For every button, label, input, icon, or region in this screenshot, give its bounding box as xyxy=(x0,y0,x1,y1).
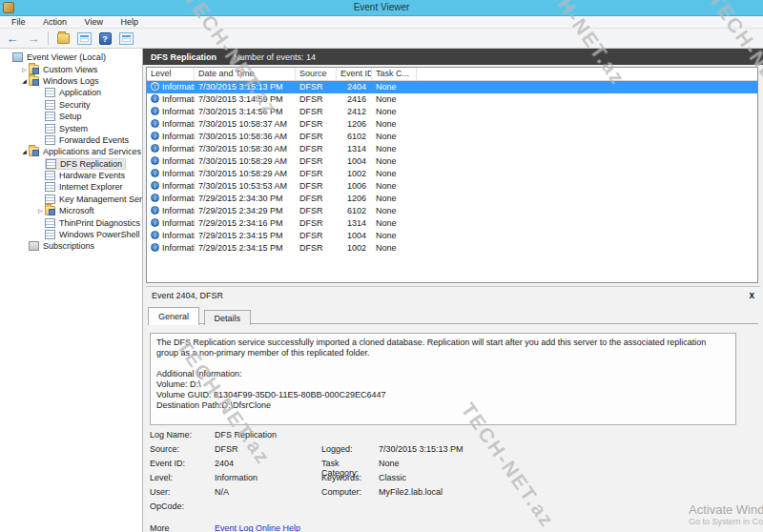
folder-icon xyxy=(29,65,39,74)
tree-item-application[interactable]: Application xyxy=(0,87,142,98)
event-row[interactable]: iInformation7/29/2015 2:34:15 PMDFSR1004… xyxy=(147,230,757,242)
event-row[interactable]: iInformation7/30/2015 10:58:37 AMDFSR120… xyxy=(147,118,757,131)
information-icon: i xyxy=(151,82,159,91)
action-pane-icon xyxy=(119,32,134,45)
tab-details[interactable]: Details xyxy=(204,310,252,325)
tree-item-custom-views[interactable]: ▷Custom Views xyxy=(0,63,142,74)
event-row[interactable]: iInformation7/29/2015 2:34:30 PMDFSR1206… xyxy=(147,193,757,205)
event-task-cell: None xyxy=(372,217,417,230)
event-row[interactable]: iInformation7/30/2015 3:14:56 PMDFSR2412… xyxy=(147,106,757,118)
event-row[interactable]: iInformation7/30/2015 10:58:29 AMDFSR100… xyxy=(147,155,757,168)
folder-icon xyxy=(45,206,55,215)
show-hide-console-tree-button[interactable] xyxy=(75,31,93,47)
event-level-cell: iInformation xyxy=(147,106,195,118)
event-source-cell: DFSR xyxy=(296,180,337,193)
log-icon xyxy=(45,230,55,239)
event-id-cell: 6102 xyxy=(337,205,372,217)
event-row[interactable]: iInformation7/30/2015 3:15:13 PMDFSR2404… xyxy=(147,81,757,93)
tree-item-dfs-replication[interactable]: DFS Replication xyxy=(0,158,142,170)
information-icon: i xyxy=(151,181,159,190)
column-header-task[interactable]: Task C... xyxy=(372,68,417,80)
collapsed-arrow-icon[interactable]: ▷ xyxy=(36,205,45,216)
event-source-cell: DFSR xyxy=(296,230,337,242)
tree-item-thinprint-diagnostics[interactable]: ThinPrint Diagnostics xyxy=(0,216,142,228)
expanded-arrow-icon[interactable]: ◢ xyxy=(20,75,29,87)
menu-help[interactable]: Help xyxy=(113,16,146,28)
event-level-cell: iInformation xyxy=(147,180,195,193)
toolbar: ← → ? xyxy=(0,29,763,49)
event-level-cell: iInformation xyxy=(147,131,195,143)
tree-item-windows-powershell[interactable]: Windows PowerShell xyxy=(0,229,142,240)
event-row[interactable]: iInformation7/29/2015 2:34:29 PMDFSR6102… xyxy=(147,205,757,217)
event-row[interactable]: iInformation7/29/2015 2:34:15 PMDFSR1002… xyxy=(147,242,757,255)
field-value: DFS Replication xyxy=(215,430,321,444)
field-label: Task Category: xyxy=(321,459,379,473)
menu-view[interactable]: View xyxy=(77,16,111,28)
tree-item-key-management-service[interactable]: Key Management Service xyxy=(0,194,142,205)
event-source-cell: DFSR xyxy=(296,155,337,168)
detail-field-row: Log Name:DFS Replication xyxy=(150,430,751,444)
show-hide-action-pane-button[interactable] xyxy=(117,31,134,47)
tree-item-system[interactable]: System xyxy=(0,122,142,133)
detail-field-row: Event ID:2404Task Category:None xyxy=(150,459,751,473)
field-value: Classic xyxy=(379,473,406,487)
event-log-online-help-link[interactable]: Event Log Online Help xyxy=(215,523,300,532)
tree-item-label: Windows Logs xyxy=(43,76,99,86)
expanded-arrow-icon[interactable]: ◢ xyxy=(20,146,29,157)
console-tree-icon xyxy=(77,32,92,45)
tree-item-subscriptions[interactable]: Subscriptions xyxy=(0,240,142,252)
column-header-source[interactable]: Source xyxy=(296,68,337,80)
field-value: MyFile2.lab.local xyxy=(379,487,443,501)
event-description: The DFS Replication service successfully… xyxy=(150,333,736,425)
tree-item-hardware-events[interactable]: Hardware Events xyxy=(0,170,142,181)
field-value: N/A xyxy=(215,487,321,501)
close-icon[interactable]: x xyxy=(749,291,754,300)
back-button[interactable]: ← xyxy=(4,31,21,47)
tree-item-windows-logs[interactable]: ◢Windows Logs xyxy=(0,75,142,87)
information-icon: i xyxy=(151,243,159,252)
event-level-cell: iInformation xyxy=(147,205,195,217)
tree-item-label: DFS Replication xyxy=(60,159,122,169)
subscriptions-icon xyxy=(29,241,39,251)
event-row[interactable]: iInformation7/30/2015 10:58:36 AMDFSR610… xyxy=(147,131,757,143)
event-id-cell: 1004 xyxy=(337,155,372,168)
event-id-cell: 1004 xyxy=(337,230,372,242)
event-row[interactable]: iInformation7/30/2015 3:14:59 PMDFSR2416… xyxy=(147,93,757,106)
tree-item-microsoft[interactable]: ▷Microsoft xyxy=(0,205,142,216)
window-title: Event Viewer xyxy=(0,2,763,12)
tree-item-internet-explorer[interactable]: Internet Explorer xyxy=(0,181,142,193)
field-label: OpCode: xyxy=(150,501,215,516)
event-datetime-cell: 7/30/2015 3:15:13 PM xyxy=(195,81,296,93)
toolbar-separator xyxy=(48,31,49,45)
field-label: Log Name: xyxy=(150,430,215,444)
event-datetime-cell: 7/30/2015 3:14:59 PM xyxy=(195,93,296,106)
menu-action[interactable]: Action xyxy=(35,16,74,28)
tree-item-security[interactable]: Security xyxy=(0,99,142,111)
tree-item-applications-and-services-lo[interactable]: ◢Applications and Services Lo xyxy=(0,146,142,157)
event-row[interactable]: iInformation7/30/2015 10:53:53 AMDFSR100… xyxy=(147,180,757,193)
event-task-cell: None xyxy=(372,242,417,255)
event-row[interactable]: iInformation7/30/2015 10:58:30 AMDFSR131… xyxy=(147,143,757,155)
tree-item-forwarded-events[interactable]: Forwarded Events xyxy=(0,134,142,146)
column-header-level[interactable]: Level xyxy=(147,68,195,80)
help-button[interactable]: ? xyxy=(96,31,113,47)
tab-general[interactable]: General xyxy=(148,307,199,325)
column-header-eventid[interactable]: Event ID xyxy=(337,68,372,80)
event-row[interactable]: iInformation7/29/2015 2:34:16 PMDFSR1314… xyxy=(147,217,757,230)
forward-button[interactable]: → xyxy=(25,31,42,47)
event-row[interactable]: iInformation7/30/2015 10:58:29 AMDFSR100… xyxy=(147,168,757,180)
menu-file[interactable]: File xyxy=(4,16,33,28)
tree-item-setup[interactable]: Setup xyxy=(0,111,142,122)
export-button[interactable] xyxy=(54,31,72,47)
collapsed-arrow-icon[interactable]: ▷ xyxy=(20,64,29,75)
event-datetime-cell: 7/29/2015 2:34:15 PM xyxy=(195,242,296,255)
column-header-datetime[interactable]: Date and Time xyxy=(195,68,296,80)
console-tree: Event Viewer (Local)▷Custom Views◢Window… xyxy=(0,49,143,532)
information-icon: i xyxy=(151,119,159,128)
back-arrow-icon: ← xyxy=(7,32,19,45)
log-icon xyxy=(45,124,55,133)
tree-item-label: Internet Explorer xyxy=(59,182,123,192)
event-task-cell: None xyxy=(372,106,417,118)
tree-item-event-viewer-local[interactable]: Event Viewer (Local) xyxy=(0,51,142,63)
event-source-cell: DFSR xyxy=(296,168,337,180)
